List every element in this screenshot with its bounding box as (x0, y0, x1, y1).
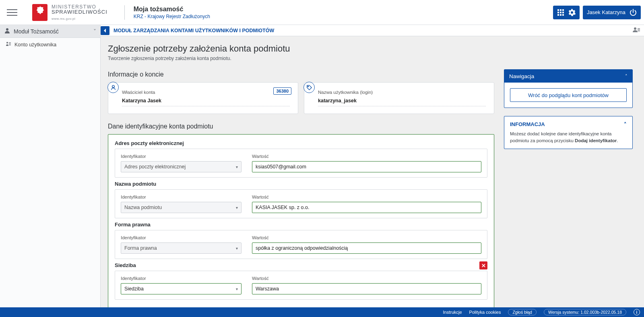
value-label: Wartość (252, 195, 481, 199)
svg-point-19 (308, 86, 308, 87)
svg-rect-0 (557, 9, 559, 11)
information-text: Możesz dodać kolejne dane identyfikacyjn… (510, 131, 627, 144)
section-identity-heading: Dane identyfikacyjne konta podmiotu (108, 123, 494, 130)
identifier-label: Identyfikator (121, 154, 242, 159)
ministry-line2: SPRAWIEDLIWOŚCI (52, 9, 107, 15)
tag-circle-icon (303, 82, 315, 93)
value-input[interactable] (252, 161, 481, 172)
svg-rect-5 (562, 12, 564, 13)
chevron-down-icon: ▾ (236, 205, 238, 210)
svg-rect-16 (638, 29, 640, 30)
identifier-label: Identyfikator (121, 276, 242, 281)
identity-group: Nazwa podmiotuIdentyfikatorNazwa podmiot… (115, 181, 487, 218)
chevron-down-icon: ▾ (236, 246, 238, 251)
sidebar: Moduł Tożsamość ˅ Konto użytkownika (0, 25, 101, 307)
identity-panel: Adres poczty elektronicznejIdentyfikator… (108, 134, 494, 307)
svg-point-18 (112, 85, 114, 87)
main-area: MODUŁ ZARZĄDZANIA KONTAMI UŻYTKOWNIKÓW I… (101, 25, 644, 307)
svg-point-14 (634, 27, 636, 30)
svg-rect-7 (560, 14, 561, 16)
login-value: katarzyna_jasek (318, 98, 486, 106)
navigation-heading: Nawigacja (509, 73, 534, 79)
svg-point-9 (6, 28, 8, 31)
svg-rect-13 (9, 45, 11, 45)
value-label: Wartość (252, 235, 481, 240)
identifier-select[interactable]: Forma prawna▾ (121, 242, 242, 254)
system-version: Wersja systemu: 1.02.003b-2022.05.18 (544, 309, 626, 315)
report-bug-button[interactable]: Zgłoś błąd (508, 309, 536, 315)
svg-rect-8 (562, 14, 564, 16)
chevron-down-icon: ˅ (93, 28, 96, 35)
eagle-emblem-icon (32, 4, 47, 21)
sidebar-section-toggle[interactable]: Moduł Tożsamość ˅ (0, 25, 100, 38)
owner-id-badge: 36380 (273, 87, 291, 95)
back-to-entities-button[interactable]: Wróć do podglądu kont podmiotów (510, 88, 627, 102)
information-panel-head[interactable]: INFORMACJA ˄ (510, 121, 627, 127)
back-button[interactable] (101, 26, 109, 35)
person-icon (4, 27, 10, 35)
value-input[interactable] (252, 242, 481, 254)
apps-settings-button[interactable] (553, 6, 580, 19)
section-account-heading: Informacje o koncie (108, 71, 494, 78)
gear-icon (568, 9, 576, 16)
ministry-sub: www.ms.gov.pl (52, 17, 107, 21)
ministry-line1: MINISTERSTWO (52, 4, 107, 9)
information-heading: INFORMACJA (510, 121, 545, 127)
chevron-down-icon: ▾ (236, 165, 238, 169)
footer-link-instrukcje[interactable]: Instrukcje (443, 310, 462, 315)
identity-group: ✕SiedzibaIdentyfikatorSiedziba▾Wartość (115, 262, 487, 300)
identity-group: Forma prawnaIdentyfikatorForma prawna▾Wa… (115, 222, 487, 259)
value-input[interactable] (252, 202, 481, 213)
navigation-panel: Nawigacja ˄ Wróć do podglądu kont podmio… (504, 69, 633, 108)
svg-rect-17 (638, 31, 640, 31)
identifier-select[interactable]: Nazwa podmiotu▾ (121, 202, 242, 213)
app-title-block: Moja tożsamość KRZ - Krajowy Rejestr Zad… (134, 6, 210, 19)
group-title: Nazwa podmiotu (115, 181, 487, 187)
menu-toggle-button[interactable] (0, 0, 24, 25)
identifier-label: Identyfikator (121, 235, 242, 240)
power-icon (630, 9, 637, 16)
svg-rect-4 (560, 12, 561, 13)
person-circle-icon (107, 82, 119, 93)
page-desc: Tworzenie zgłoszenia potrzeby założenia … (108, 56, 633, 61)
ministry-logo: MINISTERSTWO SPRAWIEDLIWOŚCI www.ms.gov.… (24, 4, 116, 21)
identifier-select[interactable]: Siedziba▾ (121, 283, 242, 294)
information-panel: INFORMACJA ˄ Możesz dodać kolejne dane i… (504, 116, 633, 149)
svg-rect-12 (9, 44, 11, 44)
identifier-select[interactable]: Adres poczty elektronicznej▾ (121, 161, 242, 172)
chevron-up-icon: ˄ (624, 121, 627, 127)
footer-bar: Instrukcje Polityka cookies Zgłoś błąd W… (0, 307, 644, 317)
header-actions: Jasek Katarzyna (553, 6, 641, 19)
page-title: Zgłoszenie potrzeby założenia konta podm… (108, 44, 633, 54)
divider (124, 5, 125, 20)
owner-card: 36380 Właściciel konta Katarzyna Jasek (108, 82, 298, 114)
user-group-icon[interactable] (633, 27, 640, 34)
svg-rect-2 (562, 9, 564, 11)
breadcrumb-bar: MODUŁ ZARZĄDZANIA KONTAMI UŻYTKOWNIKÓW I… (101, 25, 644, 36)
user-menu-button[interactable]: Jasek Katarzyna (583, 6, 641, 19)
apps-grid-icon (557, 9, 564, 16)
value-label: Wartość (252, 154, 481, 159)
footer-link-cookies[interactable]: Polityka cookies (469, 310, 501, 315)
sidebar-item[interactable]: Konto użytkownika (0, 38, 100, 51)
svg-rect-3 (557, 12, 559, 13)
owner-value: Katarzyna Jasek (122, 98, 290, 106)
list-icon (6, 41, 11, 48)
group-title: Adres poczty elektronicznej (115, 140, 487, 146)
info-icon[interactable]: i (634, 309, 640, 315)
owner-label: Właściciel konta (122, 90, 290, 95)
svg-rect-15 (638, 28, 640, 29)
delete-group-button[interactable]: ✕ (479, 261, 487, 269)
group-title: Forma prawna (115, 222, 487, 228)
navigation-panel-head[interactable]: Nawigacja ˄ (504, 70, 632, 83)
chevron-down-icon: ▾ (236, 287, 238, 291)
identifier-label: Identyfikator (121, 195, 242, 199)
svg-rect-11 (9, 42, 11, 43)
content-scroll[interactable]: Zgłoszenie potrzeby założenia konta podm… (101, 36, 644, 307)
header-bar: MINISTERSTWO SPRAWIEDLIWOŚCI www.ms.gov.… (0, 0, 644, 25)
app-title: Moja tożsamość (134, 6, 210, 13)
value-input[interactable] (252, 283, 481, 294)
svg-rect-6 (557, 14, 559, 16)
chevron-up-icon: ˄ (625, 74, 627, 79)
value-label: Wartość (252, 276, 481, 281)
